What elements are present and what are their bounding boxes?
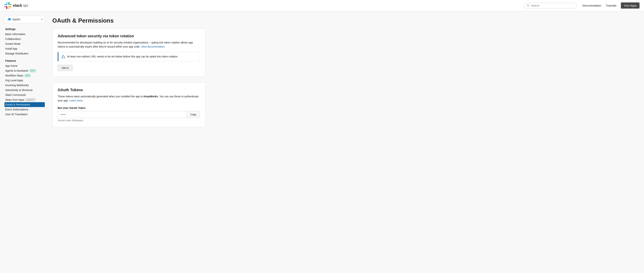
sidebar-item-basic-information[interactable]: Basic Information [4,32,45,36]
oauth-tokens-card: OAuth Tokens These tokens were automatic… [52,82,205,127]
layout: 🧢 DashX ▾ Settings Basic Information Col… [0,11,644,273]
learn-more-link[interactable]: Learn more. [69,99,83,102]
sidebar-link-basic-information[interactable]: Basic Information [4,32,45,36]
nav-documentation[interactable]: Documentation [582,4,601,7]
oauth-tokens-title: OAuth Tokens [58,88,200,92]
sidebar-item-app-home[interactable]: App Home [4,63,45,68]
sidebar-link-incoming-webhooks[interactable]: Incoming Webhooks [4,83,45,88]
logo-text: slack api [13,3,28,8]
app-selector-emoji: 🧢 [7,17,11,21]
chevron-down-icon: ▾ [41,18,42,21]
access-level-text: Access Level: Workspace [58,119,200,122]
warning-text: At least one redirect URL needs to be se… [67,55,178,58]
sidebar-link-oauth-permissions[interactable]: OAuth & Permissions [4,102,45,107]
sidebar-item-oauth-permissions[interactable]: OAuth & Permissions [4,102,45,107]
bot-token-input[interactable] [58,111,187,118]
main-content: OAuth & Permissions Advanced token secur… [45,11,213,273]
your-apps-button[interactable]: Your Apps [621,2,640,8]
header-nav: Documentation Tutorials Your Apps [582,2,640,8]
bot-token-label: Bot User OAuth Token [58,106,200,109]
page-title: OAuth & Permissions [52,17,205,24]
svg-line-1 [529,6,529,7]
sidebar-item-user-id-translation[interactable]: User ID Translation [4,112,45,117]
search-input[interactable] [531,4,574,7]
slack-logo-icon [4,2,11,9]
settings-section-label: Settings [4,27,45,30]
sidebar-link-agents-assistants[interactable]: Agents & Assistants NEW [4,68,45,73]
opt-in-button[interactable]: Opt In [58,65,72,71]
features-nav: App Home Agents & Assistants NEW Workflo… [4,63,45,117]
settings-nav: Basic Information Collaborators Socket M… [4,32,45,56]
sidebar-link-event-subscriptions[interactable]: Event Subscriptions [4,107,45,112]
sidebar-link-manage-distribution[interactable]: Manage Distribution [4,51,45,56]
sidebar-link-org-level-apps[interactable]: Org Level Apps [4,78,45,83]
sidebar-item-slash-commands[interactable]: Slash Commands [4,92,45,97]
badge-new-agents: NEW [30,69,36,72]
search-box[interactable] [524,3,576,8]
token-security-card: Advanced token security via token rotati… [52,28,205,76]
sidebar-item-steps-from-apps[interactable]: Steps from Apps LEGACY [4,97,45,102]
app-selector-name: DashX [12,18,40,21]
sidebar-item-event-subscriptions[interactable]: Event Subscriptions [4,107,45,112]
copy-token-button[interactable]: Copy [187,111,200,118]
sidebar-link-user-id-translation[interactable]: User ID Translation [4,112,45,117]
sidebar-link-steps-from-apps[interactable]: Steps from Apps LEGACY [4,97,45,102]
features-section-label: Features [4,59,45,62]
logo[interactable]: slack api [4,2,28,9]
sidebar-item-agents-assistants[interactable]: Agents & Assistants NEW [4,68,45,73]
sidebar-item-workflow-steps[interactable]: Workflow Steps NEW [4,73,45,78]
warning-triangle-icon [62,55,65,58]
sidebar-link-app-home[interactable]: App Home [4,63,45,68]
app-selector[interactable]: 🧢 DashX ▾ [4,16,45,23]
header: slack api Documentation Tutorials Your A… [0,0,644,11]
view-documentation-link[interactable]: View documentation. [141,45,165,48]
sidebar-link-slash-commands[interactable]: Slash Commands [4,92,45,97]
sidebar-link-interactivity-shortcuts[interactable]: Interactivity & Shortcuts [4,88,45,92]
badge-legacy-steps: LEGACY [26,98,36,101]
badge-new-workflow: NEW [24,74,31,77]
sidebar-item-manage-distribution[interactable]: Manage Distribution [4,51,45,56]
bot-token-field: Copy [58,111,200,118]
sidebar-item-socket-mode[interactable]: Socket Mode [4,41,45,46]
sidebar-item-org-level-apps[interactable]: Org Level Apps [4,78,45,83]
sidebar-link-install-app[interactable]: Install App [4,46,45,51]
token-security-description: Recommended for developers building on o… [58,40,200,49]
sidebar-item-interactivity-shortcuts[interactable]: Interactivity & Shortcuts [4,88,45,92]
sidebar-link-socket-mode[interactable]: Socket Mode [4,41,45,46]
warning-box: At least one redirect URL needs to be se… [58,52,200,61]
token-security-title: Advanced token security via token rotati… [58,34,200,38]
search-icon [526,4,530,7]
sidebar-item-install-app[interactable]: Install App [4,46,45,51]
svg-point-0 [527,4,529,6]
sidebar-item-incoming-webhooks[interactable]: Incoming Webhooks [4,83,45,88]
oauth-tokens-description: These tokens were automatically generate… [58,94,200,103]
workspace-name: KeepWorks [144,95,158,98]
sidebar-item-collaborators[interactable]: Collaborators [4,36,45,41]
sidebar: 🧢 DashX ▾ Settings Basic Information Col… [0,11,45,273]
sidebar-link-workflow-steps[interactable]: Workflow Steps NEW [4,73,45,78]
sidebar-link-collaborators[interactable]: Collaborators [4,36,45,41]
nav-tutorials[interactable]: Tutorials [606,4,616,7]
